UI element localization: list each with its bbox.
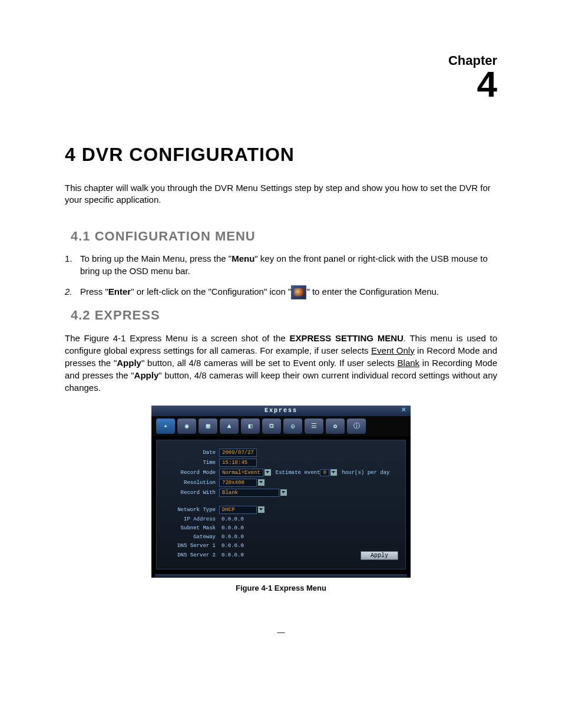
toolbar-camera-icon[interactable]: ◉ bbox=[177, 419, 196, 434]
section-4-2-title: 4.2 EXPRESS bbox=[71, 308, 497, 323]
configuration-icon bbox=[291, 285, 306, 299]
toolbar-display-icon[interactable]: ◎ bbox=[283, 419, 302, 434]
dropdown-icon[interactable] bbox=[330, 469, 337, 476]
list-item: 1. To bring up the Main Menu, press the … bbox=[65, 252, 497, 277]
dns2-label: DNS Server 2 bbox=[164, 552, 219, 558]
list-item: 2. Press "Enter" or left-click on the "C… bbox=[65, 285, 497, 299]
footer-bar bbox=[155, 574, 407, 578]
list-text: Press "Enter" or left-click on the "Conf… bbox=[80, 285, 497, 299]
record-mode-label: Record Mode bbox=[164, 470, 219, 476]
close-icon[interactable]: × bbox=[402, 406, 407, 414]
resolution-field[interactable]: 720x480 bbox=[219, 479, 257, 487]
list-number: 1. bbox=[65, 252, 80, 277]
network-type-label: Network Type bbox=[164, 507, 219, 513]
toolbar-alarm-icon[interactable]: ▲ bbox=[220, 419, 239, 434]
toolbar: ✦ ◉ ▦ ▲ ◧ ⧉ ◎ ☰ ✿ ⓘ bbox=[151, 416, 411, 436]
window-title: Express bbox=[265, 407, 297, 414]
dropdown-icon[interactable] bbox=[258, 506, 265, 513]
toolbar-network-icon[interactable]: ⧉ bbox=[262, 419, 281, 434]
toolbar-disk-icon[interactable]: ◧ bbox=[241, 419, 260, 434]
toolbar-system-icon[interactable]: ✿ bbox=[326, 419, 345, 434]
ip-address-value: 0.0.0.0 bbox=[219, 516, 246, 523]
express-menu-screenshot: Express × ✦ ◉ ▦ ▲ ◧ ⧉ ◎ ☰ ✿ ⓘ Date 2009/… bbox=[151, 406, 411, 578]
time-field[interactable]: 15:18:45 bbox=[219, 459, 257, 467]
network-type-field[interactable]: DHCP bbox=[219, 506, 257, 514]
dns1-label: DNS Server 1 bbox=[164, 543, 219, 549]
estimate-label: Estimate event bbox=[276, 470, 320, 476]
dns2-value: 0.0.0.0 bbox=[219, 552, 246, 559]
resolution-label: Resolution bbox=[164, 480, 219, 486]
dropdown-icon[interactable] bbox=[265, 469, 271, 476]
record-mode-field[interactable]: Normal+Event bbox=[219, 469, 263, 477]
gateway-value: 0.0.0.0 bbox=[219, 533, 246, 541]
list-number: 2. bbox=[65, 285, 80, 299]
dns1-value: 0.0.0.0 bbox=[219, 542, 246, 549]
apply-button[interactable]: Apply bbox=[361, 551, 398, 560]
estimate-suffix: hour(s) per day bbox=[342, 470, 389, 476]
chapter-tag: Chapter 4 bbox=[65, 53, 497, 103]
date-field[interactable]: 2009/07/27 bbox=[219, 449, 257, 457]
section-4-1-list: 1. To bring up the Main Menu, press the … bbox=[65, 252, 497, 299]
date-label: Date bbox=[164, 450, 219, 456]
intro-paragraph: This chapter will walk you through the D… bbox=[65, 182, 497, 206]
chapter-number: 4 bbox=[65, 66, 497, 103]
record-with-label: Record With bbox=[164, 490, 219, 496]
subnet-mask-label: Subnet Mask bbox=[164, 525, 219, 531]
window-titlebar: Express × bbox=[151, 406, 411, 416]
dropdown-icon[interactable] bbox=[280, 489, 287, 496]
subnet-mask-value: 0.0.0.0 bbox=[219, 525, 246, 532]
section-4-1-title: 4.1 CONFIGURATION MENU bbox=[71, 229, 497, 244]
ip-address-label: IP Address bbox=[164, 516, 219, 522]
time-label: Time bbox=[164, 460, 219, 466]
section-4-2-paragraph: The Figure 4-1 Express Menu is a screen … bbox=[65, 332, 497, 394]
toolbar-record-icon[interactable]: ▦ bbox=[199, 419, 217, 434]
record-with-field[interactable]: Blank bbox=[219, 489, 279, 497]
page-title: 4 DVR CONFIGURATION bbox=[65, 144, 497, 166]
settings-panel: Date 2009/07/27 Time 15:18:45 Record Mod… bbox=[156, 440, 406, 569]
list-text: To bring up the Main Menu, press the "Me… bbox=[80, 252, 497, 277]
toolbar-info-icon[interactable]: ⓘ bbox=[347, 419, 366, 434]
toolbar-schedule-icon[interactable]: ☰ bbox=[305, 419, 323, 434]
dropdown-icon[interactable] bbox=[258, 479, 265, 486]
toolbar-express-icon[interactable]: ✦ bbox=[156, 419, 175, 434]
page-footer: — bbox=[65, 628, 497, 637]
gateway-label: Gateway bbox=[164, 534, 219, 540]
estimate-hours-field[interactable]: 0 bbox=[320, 469, 329, 476]
figure-caption: Figure 4-1 Express Menu bbox=[65, 584, 497, 592]
